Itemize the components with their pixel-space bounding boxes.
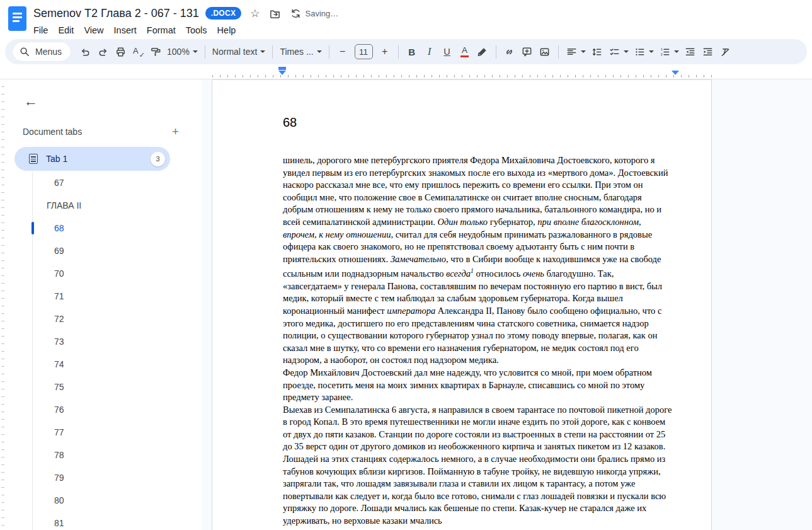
outline-item-78[interactable]: 78 [33,444,195,466]
numbered-list-select[interactable]: 12 [657,43,681,60]
spelling-check-button[interactable]: A✓ [130,43,146,60]
outline-item-81[interactable]: 81 [33,512,195,530]
menu-help[interactable]: Help [212,23,241,37]
redo-button[interactable] [94,43,111,60]
underline-button[interactable]: U [439,43,455,60]
menu-edit[interactable]: Edit [53,23,79,37]
menu-tools[interactable]: Tools [181,23,212,37]
text-line: надзором, а наоборот, он состоял под над… [283,354,676,367]
spellcheck-icon: A✓ [132,46,144,57]
text-line: упряжку по дороге. Лошади мчались как бе… [283,502,676,515]
insert-link-button[interactable] [501,43,518,60]
outline-item-68[interactable]: 68 [33,217,195,239]
increase-indent-button[interactable] [700,43,716,60]
sync-saving-icon [290,8,302,20]
move-folder-icon[interactable] [269,8,281,20]
text-line: Лошадей на этих станциях содержалось нем… [283,453,676,466]
text-color-icon: A [460,46,469,58]
numbered-list-icon: 12 [659,46,671,58]
align-select[interactable] [564,43,588,60]
add-comment-button[interactable] [519,43,535,60]
font-family-select[interactable]: Times ... [278,43,323,60]
line-spacing-icon [591,46,603,58]
insert-image-button[interactable] [537,43,553,60]
text-color-button[interactable]: A [457,43,473,60]
print-button[interactable] [112,43,129,60]
document-page[interactable]: 68 шинель, дорогого мне петербургского п… [212,79,712,530]
outline-item-80[interactable]: 80 [33,489,195,512]
outline-item-74[interactable]: 74 [33,353,195,376]
horizontal-ruler[interactable] [0,66,812,79]
menu-format[interactable]: Format [142,23,181,37]
increase-font-size-button[interactable]: + [377,43,393,60]
text-line: коронационный манифест императора Алекса… [283,305,676,318]
image-icon [539,46,551,58]
outline-item-69[interactable]: 69 [33,239,195,262]
menu-file[interactable]: File [28,23,53,37]
menu-view[interactable]: View [79,23,108,37]
comment-plus-icon [521,46,533,58]
outline-item-76[interactable]: 76 [33,398,195,421]
menu-insert[interactable]: Insert [109,23,142,37]
outline-item-70[interactable]: 70 [33,262,195,285]
tab-1-item[interactable]: Tab 1 3 [14,147,170,171]
right-indent-marker[interactable] [672,71,679,75]
link-icon [503,46,515,58]
zoom-select[interactable]: 100% [165,43,200,60]
bulleted-list-select[interactable] [632,43,656,60]
checklist-select[interactable] [607,43,631,60]
back-button[interactable]: ← [18,89,43,114]
document-tabs-title: Document tabs [23,127,82,137]
clear-formatting-icon [719,46,731,58]
vertical-ruler [0,79,6,530]
outline-item-75[interactable]: 75 [33,376,195,398]
search-icon [19,46,31,58]
text-line: медик, который вместе с тем наблюдал за … [283,292,676,305]
highlight-color-button[interactable] [474,43,491,60]
left-indent-marker[interactable] [278,67,286,75]
decrease-indent-icon [684,46,696,58]
decrease-indent-button[interactable] [682,43,699,60]
outline-item-73[interactable]: 73 [33,330,195,353]
page-heading: 68 [283,115,711,130]
bulleted-list-icon [634,46,646,58]
line-spacing-button[interactable] [589,43,605,60]
outline-item-67[interactable]: 67 [33,171,195,194]
text-line: предмету заранее. [283,391,676,404]
outline-item-79[interactable]: 79 [33,466,195,489]
star-icon[interactable]: ☆ [250,8,260,19]
align-left-icon [566,46,578,58]
font-size-input[interactable]: 11 [355,44,373,59]
paragraph-style-select[interactable]: Normal text [210,43,268,60]
bold-button[interactable]: B [404,43,420,60]
outline-item-77[interactable]: 77 [33,421,195,444]
paint-format-button[interactable] [147,43,164,60]
text-line: шинель, дорогого мне петербургского прия… [283,154,676,167]
document-title[interactable]: Semenov Т2 Глава 2 - 067 - 131 [33,7,199,20]
menus-search-button[interactable]: Menus [13,42,71,61]
outline-item-72[interactable]: 72 [33,308,195,330]
add-tab-button[interactable]: + [168,124,183,140]
undo-icon [79,46,91,58]
chevron-down-icon [317,50,322,53]
redo-icon [97,46,109,58]
undo-button[interactable] [77,43,93,60]
chevron-down-icon [624,50,629,53]
checklist-icon [609,46,620,58]
text-line: табунов кочующих вблизи киргизов. Пойман… [283,466,676,478]
tab-document-icon [29,154,38,164]
menu-bar: FileEditViewInsertFormatToolsHelp [28,23,338,37]
document-body-text: шинель, дорогого мне петербургского прия… [283,154,676,527]
decrease-font-size-button[interactable]: − [335,43,351,60]
outline-item-глава-ii[interactable]: ГЛАВА II [33,194,195,217]
docx-badge: .DOCX [205,7,242,20]
text-line: сказал мне в шутку, что со времени его н… [283,342,676,355]
text-line: до 35 верст один от другого домиков из н… [283,441,676,453]
text-line: наскоро рассказал мне все, что ему пришл… [283,179,676,192]
google-docs-logo-icon[interactable] [8,6,26,31]
clear-formatting-button[interactable] [718,43,734,60]
outline-item-71[interactable]: 71 [33,285,195,308]
document-outline: 67ГЛАВА II6869707172737475767778798081 [32,171,195,530]
italic-button[interactable]: I [421,43,438,60]
chevron-down-icon [649,50,654,53]
